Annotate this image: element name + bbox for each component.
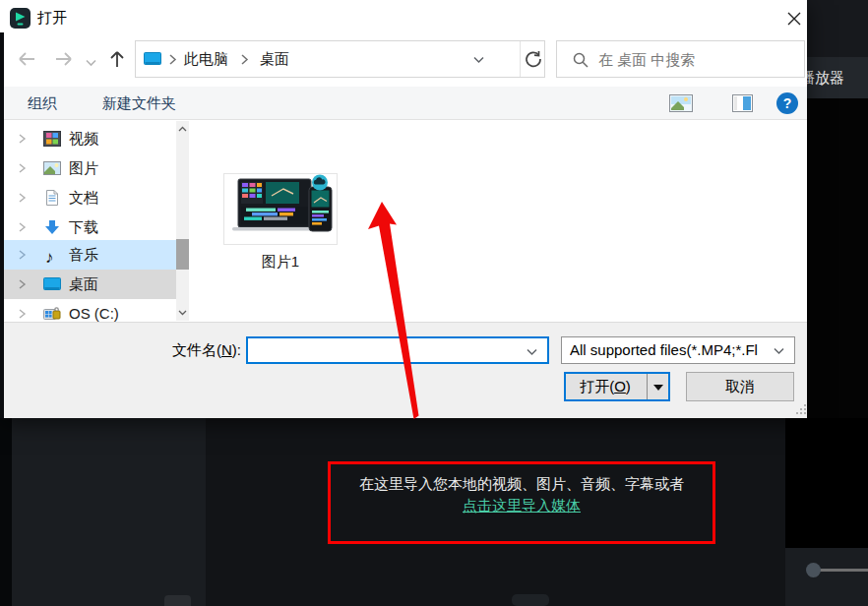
chevron-down-icon[interactable] bbox=[526, 348, 538, 357]
refresh-icon[interactable] bbox=[524, 49, 543, 69]
dialog-footer: 文件名(N): All supported files(*.MP4;*.Fl 打… bbox=[0, 322, 807, 418]
expand-chevron-icon bbox=[18, 250, 27, 260]
breadcrumb-separator-icon bbox=[168, 53, 177, 66]
import-hint-annotation-box: 在这里导入您本地的视频、图片、音频、字幕或者 点击这里导入媒体 bbox=[328, 461, 715, 544]
filename-label-pre: 文件名( bbox=[172, 341, 221, 358]
file-item[interactable]: 图片1 bbox=[224, 174, 337, 272]
zoom-slider-handle[interactable] bbox=[806, 563, 821, 577]
search-box[interactable] bbox=[556, 40, 805, 78]
editor-top-panel bbox=[807, 0, 868, 57]
open-button-label: 打开(O) bbox=[566, 374, 645, 399]
divider bbox=[520, 41, 521, 77]
documents-icon bbox=[43, 190, 61, 206]
scroll-up-icon[interactable] bbox=[178, 126, 187, 132]
downloads-icon bbox=[43, 219, 61, 235]
sidebar-scrollbar[interactable] bbox=[176, 121, 189, 321]
chevron-down-icon bbox=[773, 347, 785, 356]
expand-chevron-icon bbox=[18, 163, 27, 173]
import-hint-text: 在这里导入您本地的视频、图片、音频、字幕或者 bbox=[331, 475, 713, 494]
expand-chevron-icon bbox=[18, 309, 27, 319]
editor-edge-behind-dialog bbox=[0, 32, 4, 418]
filename-label: 文件名(N): bbox=[138, 336, 241, 364]
import-media-link[interactable]: 点击这里导入媒体 bbox=[463, 497, 581, 515]
address-dropdown-chevron-icon[interactable] bbox=[472, 56, 485, 65]
filetype-value: All supported files(*.MP4;*.Fl bbox=[570, 337, 775, 363]
expand-chevron-icon bbox=[18, 222, 27, 232]
sidebar-item-music[interactable]: ♪ 音乐 bbox=[4, 240, 176, 270]
new-folder-button[interactable]: 新建文件夹 bbox=[102, 87, 176, 119]
editor-left-tab bbox=[164, 595, 191, 606]
sidebar-item-documents[interactable]: 文档 bbox=[4, 183, 176, 212]
resize-grip[interactable] bbox=[795, 403, 808, 416]
breadcrumb-separator-icon bbox=[240, 53, 249, 66]
close-icon[interactable] bbox=[781, 6, 807, 31]
filename-label-post: ): bbox=[232, 341, 241, 358]
back-icon[interactable] bbox=[15, 47, 38, 71]
editor-left-edge bbox=[0, 418, 12, 606]
scrollbar-thumb[interactable] bbox=[176, 239, 189, 270]
pictures-icon bbox=[43, 160, 61, 176]
player-tab[interactable]: 播放器 bbox=[807, 57, 868, 98]
open-dropdown-icon[interactable] bbox=[653, 385, 663, 391]
editor-media-panel bbox=[12, 418, 206, 606]
open-label-post: ) bbox=[626, 378, 631, 394]
expand-chevron-icon bbox=[18, 279, 27, 289]
sidebar-item-downloads[interactable]: 下载 bbox=[4, 212, 176, 242]
file-thumbnail bbox=[224, 174, 337, 244]
breadcrumb[interactable]: 此电脑 桌面 bbox=[135, 40, 545, 78]
filename-input[interactable] bbox=[252, 339, 518, 361]
new-folder-label: 新建文件夹 bbox=[102, 94, 176, 111]
scroll-down-icon[interactable] bbox=[178, 310, 187, 316]
dialog-title: 打开 bbox=[37, 9, 67, 28]
sidebar-item-label: 桌面 bbox=[69, 270, 98, 299]
breadcrumb-item-desktop[interactable]: 桌面 bbox=[260, 41, 289, 77]
file-name: 图片1 bbox=[224, 253, 337, 272]
cancel-button[interactable]: 取消 bbox=[686, 372, 794, 401]
editor-video-preview bbox=[785, 418, 868, 548]
desktop-icon bbox=[43, 276, 61, 292]
filetype-combobox[interactable]: All supported files(*.MP4;*.Fl bbox=[561, 336, 795, 364]
sidebar-item-os-c[interactable]: OS (C:) bbox=[4, 299, 176, 322]
search-input[interactable] bbox=[598, 45, 795, 73]
player-tab-label: 播放器 bbox=[807, 57, 844, 98]
sidebar-item-label: 音乐 bbox=[69, 240, 98, 270]
editor-preview-area bbox=[807, 98, 868, 418]
drive-icon bbox=[43, 306, 61, 322]
search-icon bbox=[572, 51, 589, 69]
sidebar-item-label: 图片 bbox=[69, 153, 98, 183]
sidebar-item-pictures[interactable]: 图片 bbox=[4, 153, 176, 183]
help-glyph: ? bbox=[783, 95, 792, 111]
editor-player-controls bbox=[785, 548, 868, 606]
forward-icon[interactable] bbox=[52, 47, 76, 71]
preview-pane-icon[interactable] bbox=[732, 94, 753, 115]
organize-label: 组织 bbox=[28, 94, 57, 111]
command-bar: 组织 新建文件夹 bbox=[4, 87, 807, 120]
editor-center-tab bbox=[512, 594, 549, 606]
filename-combobox[interactable] bbox=[246, 336, 549, 364]
help-icon[interactable]: ? bbox=[776, 92, 798, 114]
zoom-slider-track[interactable] bbox=[814, 569, 868, 572]
music-icon: ♪ bbox=[45, 243, 54, 273]
videos-icon bbox=[43, 131, 61, 147]
open-label-key: O bbox=[614, 378, 626, 394]
dialog-content: 视频 图片 文档 bbox=[0, 120, 807, 322]
screen: 播放器 在这里导入您本地的视频、图片、音频、字幕或者 点击这里导入媒体 打开 bbox=[0, 0, 868, 606]
expand-chevron-icon bbox=[18, 134, 27, 144]
expand-chevron-icon bbox=[18, 193, 27, 203]
views-dropdown-icon[interactable] bbox=[700, 99, 708, 116]
sidebar-item-label: OS (C:) bbox=[69, 299, 119, 322]
divider bbox=[647, 374, 648, 399]
recent-locations-chevron-icon[interactable] bbox=[85, 54, 97, 71]
open-button[interactable]: 打开(O) bbox=[564, 372, 670, 401]
organize-menu[interactable]: 组织 bbox=[28, 87, 70, 119]
breadcrumb-item-this-pc[interactable]: 此电脑 bbox=[184, 41, 228, 77]
app-icon bbox=[10, 8, 31, 29]
desktop-icon bbox=[144, 52, 161, 67]
views-icon[interactable] bbox=[669, 94, 693, 115]
filename-label-key: N bbox=[221, 341, 232, 358]
sidebar-item-desktop[interactable]: 桌面 bbox=[4, 270, 176, 299]
up-icon[interactable] bbox=[105, 47, 129, 71]
open-file-dialog: 打开 此电脑 bbox=[0, 0, 807, 418]
open-label-pre: 打开( bbox=[580, 378, 614, 394]
sidebar-item-videos[interactable]: 视频 bbox=[4, 124, 176, 153]
